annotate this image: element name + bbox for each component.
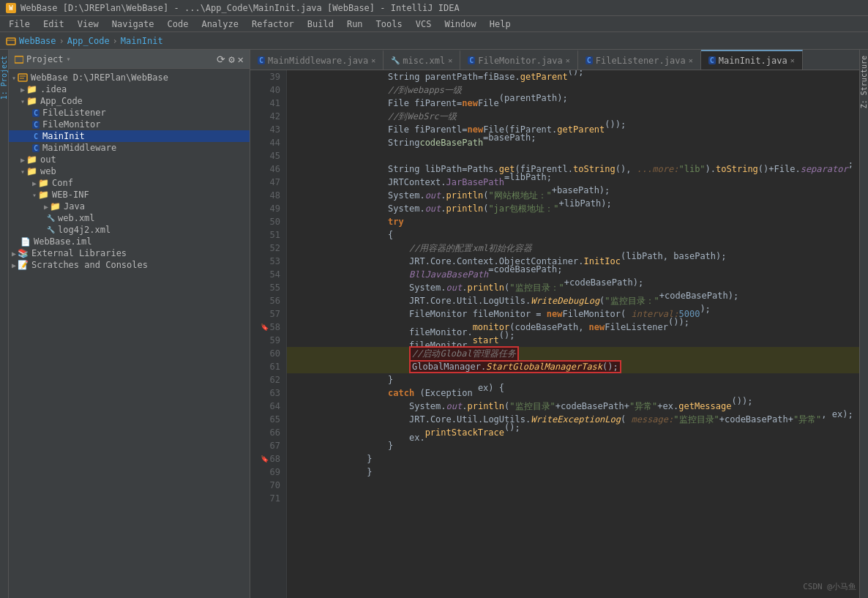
menu-analyze[interactable]: Analyze bbox=[195, 18, 244, 31]
tab-filelistener[interactable]: C FileListener.java ✕ bbox=[578, 50, 701, 70]
tab-filemonitor[interactable]: C FileMonitor.java ✕ bbox=[460, 50, 578, 70]
tree-item-out[interactable]: ▶ 📁 out bbox=[9, 154, 250, 165]
arrow-icon: ▾ bbox=[12, 74, 16, 82]
tree-item-scratches[interactable]: ▶ 📝 Scratches and Consoles bbox=[9, 259, 250, 271]
arrow-icon: ▶ bbox=[20, 86, 25, 94]
panel-actions: ⟳ ⚙ ✕ bbox=[217, 53, 244, 65]
panel-header: Project ▾ ⟳ ⚙ ✕ bbox=[9, 50, 250, 69]
structure-tab-btn[interactable]: Z: Structure bbox=[858, 50, 868, 114]
watermark: CSDN @小马鱼 bbox=[803, 581, 856, 592]
folder-icon: 📁 bbox=[38, 190, 49, 200]
line-num-44: 44 bbox=[250, 136, 286, 149]
code-line-68: } bbox=[287, 452, 859, 466]
tab-miscxml[interactable]: 🔧 misc.xml ✕ bbox=[384, 50, 460, 70]
folder-icon: 📁 bbox=[26, 166, 37, 176]
line-num-56: 56 bbox=[250, 294, 286, 307]
tree-item-webbaseiml[interactable]: 📄 WebBase.iml bbox=[9, 236, 250, 247]
menu-code[interactable]: Code bbox=[162, 18, 195, 31]
editor-tabs: C MainMiddleware.java ✕ 🔧 misc.xml ✕ C F… bbox=[250, 50, 859, 70]
line-num-51: 51 bbox=[250, 228, 286, 242]
code-content[interactable]: String parentPath=fiBase.getParent(); //… bbox=[287, 70, 859, 598]
iml-file-icon: 📄 bbox=[20, 237, 31, 247]
menu-vcs[interactable]: VCS bbox=[410, 18, 438, 31]
bookmark-icon: 🔖 bbox=[261, 324, 269, 331]
arrow-icon: ▶ bbox=[12, 261, 16, 269]
tree-item-web[interactable]: ▾ 📁 web bbox=[9, 165, 250, 177]
code-line-70 bbox=[287, 479, 859, 492]
menu-edit[interactable]: Edit bbox=[37, 18, 70, 31]
tab-close-icon[interactable]: ✕ bbox=[566, 56, 570, 64]
close-panel-icon[interactable]: ✕ bbox=[238, 53, 244, 65]
menu-window[interactable]: Window bbox=[438, 18, 482, 31]
arrow-icon: ▾ bbox=[20, 97, 25, 105]
line-num-61: 61 bbox=[250, 360, 286, 373]
tree-item-webinf[interactable]: ▾ 📁 WEB-INF bbox=[9, 189, 250, 201]
tree-item-java[interactable]: ▶ 📁 Java bbox=[9, 201, 250, 212]
line-num-57: 57 bbox=[250, 307, 286, 321]
tab-label: MainMiddleware.java bbox=[268, 56, 368, 66]
menu-tools[interactable]: Tools bbox=[370, 18, 408, 31]
menu-refactor[interactable]: Refactor bbox=[246, 18, 300, 31]
tree-item-mainmiddleware[interactable]: C MainMiddleware bbox=[9, 142, 250, 154]
tab-close-icon[interactable]: ✕ bbox=[371, 56, 375, 64]
breadcrumb-item-0[interactable]: WebBase bbox=[19, 36, 56, 46]
java-icon: C bbox=[468, 56, 475, 64]
arrow-icon: ▶ bbox=[32, 179, 37, 187]
left-sidebar-tabs: 1: Project bbox=[0, 50, 9, 598]
java-file-icon: C bbox=[32, 144, 40, 152]
line-num-40: 40 bbox=[250, 83, 286, 97]
menu-view[interactable]: View bbox=[72, 18, 105, 31]
tree-item-conf[interactable]: ▶ 📁 Conf bbox=[9, 177, 250, 189]
svg-rect-0 bbox=[7, 38, 15, 45]
tree-label: .idea bbox=[40, 84, 67, 94]
tab-mainmiddleware[interactable]: C MainMiddleware.java ✕ bbox=[250, 50, 384, 70]
code-line-69: } bbox=[287, 466, 859, 479]
line-num-52: 52 bbox=[250, 242, 286, 255]
java-file-icon: C bbox=[32, 132, 40, 141]
java-icon: C bbox=[585, 56, 593, 64]
menu-run[interactable]: Run bbox=[341, 18, 369, 31]
line-num-71: 71 bbox=[250, 492, 286, 505]
line-num-50: 50 bbox=[250, 215, 286, 228]
tree-item-log4j2xml[interactable]: 🔧 log4j2.xml bbox=[9, 224, 250, 236]
tree-item-filelistener[interactable]: C FileListener bbox=[9, 107, 250, 119]
tab-maininit[interactable]: C MainInit.java ✕ bbox=[701, 50, 803, 70]
menu-file[interactable]: File bbox=[3, 18, 36, 31]
tab-label: FileListener.java bbox=[596, 56, 686, 66]
tree-label: FileListener bbox=[42, 108, 106, 118]
extlib-icon: 📚 bbox=[18, 248, 29, 258]
settings-icon[interactable]: ⚙ bbox=[228, 53, 234, 65]
tab-close-icon[interactable]: ✕ bbox=[790, 56, 795, 64]
tree-item-idea[interactable]: ▶ 📁 .idea bbox=[9, 83, 250, 95]
title-text: WebBase [D:\JREPlan\WebBase] - ...\App_C… bbox=[20, 3, 460, 13]
line-num-60: 60 bbox=[250, 347, 286, 360]
app-icon: W bbox=[6, 3, 16, 13]
tab-label: FileMonitor.java bbox=[478, 56, 563, 66]
tree-label: Scratches and Consoles bbox=[31, 260, 148, 270]
sync-icon[interactable]: ⟳ bbox=[217, 53, 225, 65]
menu-navigate[interactable]: Navigate bbox=[106, 18, 160, 31]
breadcrumb-item-2[interactable]: MainInit bbox=[121, 36, 163, 46]
tree-item-webxml[interactable]: 🔧 web.xml bbox=[9, 212, 250, 224]
tree-label: log4j2.xml bbox=[58, 225, 111, 235]
line-num-53: 53 bbox=[250, 255, 286, 268]
tree-item-webbase[interactable]: ▾ WebBase D:\JREPlan\WebBase bbox=[9, 72, 250, 83]
menu-build[interactable]: Build bbox=[302, 18, 340, 31]
breadcrumb-item-1[interactable]: App_Code bbox=[67, 36, 110, 46]
menu-help[interactable]: Help bbox=[484, 18, 517, 31]
tree-label: WEB-INF bbox=[52, 190, 89, 200]
tab-close-icon[interactable]: ✕ bbox=[689, 56, 693, 64]
tree-item-appcode[interactable]: ▾ 📁 App_Code bbox=[9, 95, 250, 107]
line-num-70: 70 bbox=[250, 479, 286, 492]
line-num-45: 45 bbox=[250, 149, 286, 162]
tree-item-filemonitor[interactable]: C FileMonitor bbox=[9, 119, 250, 130]
svg-rect-1 bbox=[15, 56, 23, 63]
arrow-icon: ▶ bbox=[44, 203, 48, 211]
code-line-71 bbox=[287, 492, 859, 505]
sidebar-tab-project[interactable]: 1: Project bbox=[0, 50, 10, 105]
tab-close-icon[interactable]: ✕ bbox=[448, 56, 452, 64]
line-num-58: 🔖58 bbox=[250, 321, 286, 334]
tree-item-maininit[interactable]: C MainInit bbox=[9, 130, 250, 142]
tree-item-extlibs[interactable]: ▶ 📚 External Libraries bbox=[9, 247, 250, 259]
panel-dropdown-icon[interactable]: ▾ bbox=[67, 55, 71, 63]
